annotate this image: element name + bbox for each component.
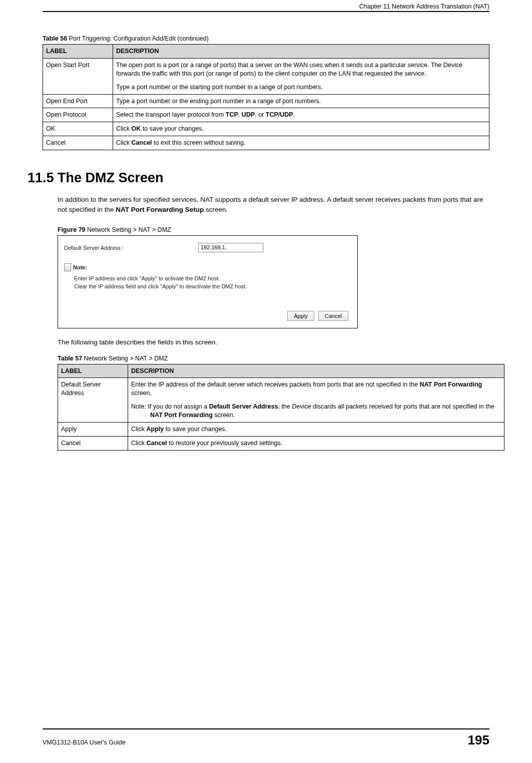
note-icon — [64, 263, 71, 271]
table-header-row: LABEL DESCRIPTION — [43, 45, 489, 59]
bold: Cancel — [132, 139, 152, 146]
txt: to save your changes. — [164, 426, 227, 433]
desc-para: The open port is a port (or a range of p… — [116, 61, 486, 78]
bold: NAT Port Forwarding Setup — [116, 206, 204, 213]
cell-label: Open End Port — [43, 94, 113, 108]
figure-buttons: Apply Cancel — [287, 311, 348, 321]
cell-label: Default Server Address — [58, 378, 128, 423]
cell-desc: Type a port number or the ending port nu… — [113, 94, 489, 108]
table-row: Default Server Address Enter the IP addr… — [58, 378, 504, 423]
table56-caption-text: Port Triggering: Configuration Add/Edit … — [67, 35, 209, 42]
desc-para: Type a port number or the starting port … — [116, 83, 486, 92]
table-row: Open Protocol Select the transport layer… — [43, 108, 489, 122]
cell-label: Open Start Port — [43, 58, 113, 94]
cell-desc: Click Cancel to restore your previously … — [128, 436, 504, 450]
note-box: Note: Enter IP address and click "Apply"… — [64, 263, 247, 291]
txt: . — [293, 111, 295, 118]
table57-caption: Table 57 Network Setting > NAT > DMZ — [58, 355, 489, 362]
cell-desc: Enter the IP address of the default serv… — [128, 378, 504, 423]
table-row: Open End Port Type a port number or the … — [43, 94, 489, 108]
footer-rule — [43, 728, 489, 729]
txt: , — [238, 111, 242, 118]
desc-para: Enter the IP address of the default serv… — [131, 380, 501, 398]
table57-caption-text: Network Setting > NAT > DMZ — [82, 355, 168, 362]
table-header-row: LABEL DESCRIPTION — [58, 364, 504, 378]
table57: LABEL DESCRIPTION Default Server Address… — [58, 364, 504, 451]
header-rule — [43, 11, 489, 12]
txt: , the Device discards all packets receiv… — [278, 403, 494, 410]
footer-guide: VMG1312-B10A User's Guide — [43, 739, 126, 746]
note-line: Enter IP address and click "Apply" to ac… — [74, 274, 247, 283]
cell-desc: The open port is a port (or a range of p… — [113, 58, 489, 94]
table-row: Cancel Click Cancel to exit this screen … — [43, 136, 489, 150]
note-line: Clear the IP address field and click "Ap… — [74, 282, 247, 291]
bold: TCP/UDP — [266, 111, 293, 118]
cell-label: Open Protocol — [43, 108, 113, 122]
th-label: LABEL — [58, 364, 128, 378]
bold: Apply — [147, 426, 164, 433]
section-heading: 11.5 The DMZ Screen — [28, 170, 489, 186]
cell-label: OK — [43, 122, 113, 136]
txt: Click — [131, 426, 147, 433]
bold: UDP — [242, 111, 255, 118]
cell-desc: Click Apply to save your changes. — [128, 422, 504, 436]
note-label: Note: — [73, 264, 87, 270]
cell-desc: Click Cancel to exit this screen without… — [113, 136, 489, 150]
txt: Click — [116, 139, 132, 146]
figure-caption-num: Figure 79 — [58, 226, 86, 233]
desc-note: Note: If you do not assign a Default Ser… — [131, 403, 501, 420]
th-desc: DESCRIPTION — [128, 364, 504, 378]
default-server-address-label: Default Server Address : — [64, 245, 124, 251]
txt: , or — [255, 111, 266, 118]
bold: NAT Port Forwarding — [150, 412, 213, 419]
table57-caption-num: Table 57 — [58, 355, 82, 362]
page-number: 195 — [468, 732, 489, 748]
table56-caption-num: Table 56 — [43, 35, 67, 42]
cell-desc: Click OK to save your changes. — [113, 122, 489, 136]
chapter-title: Chapter 11 Network Address Translation (… — [359, 3, 489, 10]
bold: OK — [132, 125, 141, 132]
txt: screen. — [204, 206, 228, 213]
txt: Enter the IP address of the default serv… — [131, 381, 419, 388]
apply-button[interactable]: Apply — [287, 311, 314, 321]
txt: to exit this screen without saving. — [152, 139, 246, 146]
txt: Click — [116, 125, 132, 132]
table-row: Cancel Click Cancel to restore your prev… — [58, 436, 504, 450]
txt: screen. — [213, 412, 235, 419]
txt: screen. — [131, 390, 152, 397]
cell-desc: Select the transport layer protocol from… — [113, 108, 489, 122]
cell-label: Apply — [58, 422, 128, 436]
table56-caption: Table 56 Port Triggering: Configuration … — [43, 35, 489, 42]
cancel-button[interactable]: Cancel — [318, 311, 348, 321]
table-row: OK Click OK to save your changes. — [43, 122, 489, 136]
cell-label: Cancel — [43, 136, 113, 150]
note-header: Note: — [64, 263, 247, 271]
cell-label: Cancel — [58, 436, 128, 450]
txt: Note: If you do not assign a — [131, 403, 209, 410]
footer: VMG1312-B10A User's Guide 195 — [43, 728, 489, 748]
mid-text: The following table describes the fields… — [58, 338, 489, 346]
section-body: In addition to the servers for specified… — [58, 195, 484, 215]
table-row: Apply Click Apply to save your changes. — [58, 422, 504, 436]
bold: Default Server Address — [209, 403, 278, 410]
default-server-address-input[interactable] — [198, 243, 263, 252]
bold: TCP — [226, 111, 238, 118]
txt: to save your changes. — [141, 125, 204, 132]
note-lines: Enter IP address and click "Apply" to ac… — [74, 274, 247, 291]
txt: Select the transport layer protocol from — [116, 111, 226, 118]
table-row: Open Start Port The open port is a port … — [43, 58, 489, 94]
bold: Cancel — [147, 440, 167, 447]
figure-caption-text: Network Setting > NAT > DMZ — [86, 226, 171, 233]
txt: to restore your previously saved setting… — [167, 440, 283, 447]
txt: Click — [131, 440, 147, 447]
figure79-screenshot: Default Server Address : Note: Enter IP … — [58, 235, 358, 328]
th-desc: DESCRIPTION — [113, 45, 489, 59]
figure79-caption: Figure 79 Network Setting > NAT > DMZ — [58, 226, 489, 233]
table56: LABEL DESCRIPTION Open Start Port The op… — [43, 44, 489, 150]
bold: NAT Port Forwarding — [419, 381, 482, 388]
th-label: LABEL — [43, 45, 113, 59]
